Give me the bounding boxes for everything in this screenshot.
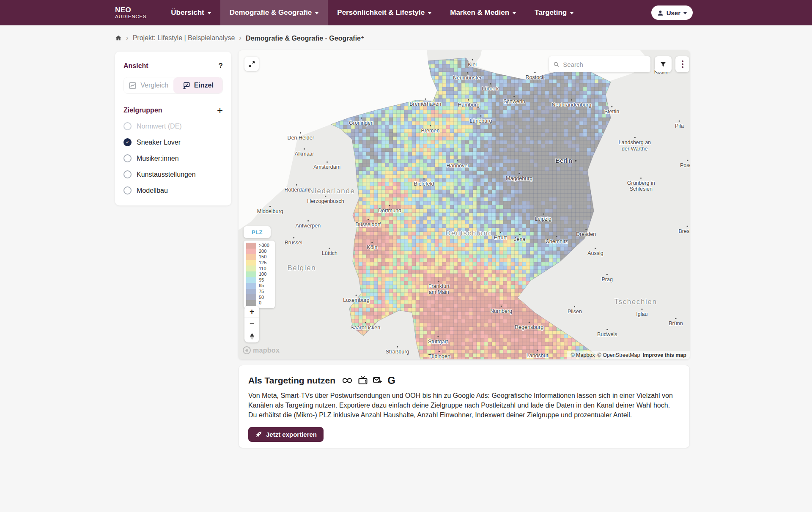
legend-label: 50 (259, 295, 264, 300)
group-option-sneaker-lover[interactable]: ✓ Sneaker Lover (123, 138, 223, 146)
nav-item-label: Demografie & Geografie (230, 8, 312, 17)
fullscreen-button[interactable] (244, 57, 259, 71)
breadcrumb: › Projekt: Lifestyle | Beispielanalyse ›… (115, 34, 364, 42)
search-input[interactable] (563, 61, 646, 68)
chevron-down-icon (208, 12, 211, 14)
group-label: Sneaker Lover (137, 139, 181, 146)
view-settings-panel: Ansicht ? Vergleich Einzel Zielgruppen +… (115, 52, 231, 205)
chevron-down-icon (428, 12, 431, 14)
radio-icon (123, 154, 132, 162)
improve-map-link[interactable]: Improve this map (643, 352, 687, 358)
view-mode-toggle: Vergleich Einzel (123, 77, 223, 94)
einzel-tab[interactable]: Einzel (173, 77, 223, 93)
group-label: Kunstausstellungen (137, 171, 196, 178)
breadcrumb-project[interactable]: Projekt: Lifestyle | Beispielanalyse (133, 34, 235, 42)
vergleich-label: Vergleich (140, 82, 168, 89)
legend-label: 95 (259, 278, 264, 282)
legend-swatch (246, 249, 256, 255)
legend-entry: 85 (246, 283, 272, 289)
group-label: Normwert (DE) (137, 123, 182, 130)
kebab-icon (682, 60, 683, 62)
rocket-icon (255, 431, 262, 438)
vergleich-tab[interactable]: Vergleich (124, 77, 173, 93)
radio-icon (123, 122, 132, 130)
chevron-down-icon (683, 12, 687, 14)
legend-entry: 95 (246, 277, 272, 283)
nav-item-label: Persönlichkeit & Lifestyle (337, 8, 425, 17)
single-view-icon (182, 82, 190, 90)
nav-item-uebersicht[interactable]: Übersicht (162, 0, 220, 25)
chevron-down-icon (570, 12, 573, 14)
legend-label: 100 (259, 272, 266, 277)
channel-icons: G (341, 375, 395, 386)
legend-entry: 50 (246, 294, 272, 300)
help-button[interactable]: ? (219, 62, 223, 70)
legend-label: 200 (259, 249, 266, 254)
einzel-label: Einzel (194, 82, 214, 89)
legend-swatch (246, 289, 256, 295)
export-card-title: Als Targeting nutzen (248, 375, 335, 386)
filter-button[interactable] (655, 56, 672, 72)
targeting-export-card: Als Targeting nutzen G Von Meta, Smart-T… (239, 365, 690, 448)
comparison-chart-icon (129, 82, 137, 90)
smart-tv-icon (358, 375, 368, 386)
user-menu-button[interactable]: User (651, 5, 693, 20)
zielgruppen-title: Zielgruppen (123, 107, 162, 114)
group-option-normwert[interactable]: Normwert (DE) (123, 122, 223, 130)
meta-icon (341, 375, 353, 386)
legend-label: 75 (259, 289, 264, 294)
plz-layer-tab[interactable]: PLZ (244, 226, 271, 238)
zoom-out-button[interactable]: − (244, 318, 259, 330)
legend-swatch (246, 300, 256, 306)
nav-item-demografie-geografie[interactable]: Demografie & Geografie (220, 0, 328, 25)
group-option-modellbau[interactable]: Modellbau (123, 186, 223, 194)
breadcrumb-separator: › (239, 34, 241, 42)
legend-swatch (246, 283, 256, 289)
legend-label: 125 (259, 260, 266, 265)
add-group-button[interactable]: + (217, 107, 223, 114)
brand-line2: AUDIENCES (115, 14, 146, 19)
group-option-musikerinnen[interactable]: Musiker:innen (123, 154, 223, 162)
germany-choropleth-map[interactable] (239, 50, 690, 359)
expand-icon (248, 60, 255, 68)
ansicht-title: Ansicht (123, 62, 148, 70)
nav-item-label: Übersicht (171, 8, 204, 17)
map-menu-button[interactable] (675, 56, 689, 72)
legend-label: 110 (259, 266, 266, 271)
legend-entry: 150 (246, 254, 272, 260)
google-ads-icon: G (387, 375, 395, 386)
legend-entry: 125 (246, 260, 272, 266)
mapbox-attribution-link[interactable]: © Mapbox (571, 352, 595, 358)
group-option-kunstausstellungen[interactable]: Kunstausstellungen (123, 170, 223, 178)
osm-attribution-link[interactable]: © OpenStreetMap (598, 352, 640, 358)
legend-entry: 75 (246, 289, 272, 295)
group-label: Modellbau (137, 187, 168, 194)
zoom-in-button[interactable]: + (244, 306, 259, 318)
export-button-label: Jetzt exportieren (266, 431, 317, 438)
legend-swatch (246, 243, 256, 249)
export-now-button[interactable]: Jetzt exportieren (248, 427, 324, 442)
radio-icon (123, 170, 132, 178)
legend-swatch (246, 254, 256, 260)
nav-item-label: Marken & Medien (450, 8, 509, 17)
breadcrumb-current: Demografie & Geografie - Geografie⁺ (246, 34, 365, 42)
map-search (549, 56, 650, 72)
map-zoom-controls: + − (244, 306, 259, 342)
nav-item-marken-medien[interactable]: Marken & Medien (441, 0, 525, 25)
legend-entry: 200 (246, 249, 272, 255)
legend-swatch (246, 277, 256, 283)
legend-swatch (246, 271, 256, 277)
legend-label: 150 (259, 255, 266, 259)
nav-item-targeting[interactable]: Targeting (525, 0, 583, 25)
search-icon (553, 61, 560, 68)
legend-swatch (246, 266, 256, 271)
brand-logo[interactable]: NEO AUDIENCES (115, 6, 146, 19)
map-attribution: © Mapbox © OpenStreetMap Improve this ma… (567, 351, 690, 359)
home-icon[interactable] (115, 35, 122, 41)
legend-entry: 110 (246, 266, 272, 271)
compass-reset-button[interactable] (244, 330, 259, 342)
nav-item-persoenlichkeit-lifestyle[interactable]: Persönlichkeit & Lifestyle (328, 0, 441, 25)
group-label: Musiker:innen (137, 155, 179, 162)
legend-swatch (246, 294, 256, 300)
user-label: User (667, 9, 680, 16)
